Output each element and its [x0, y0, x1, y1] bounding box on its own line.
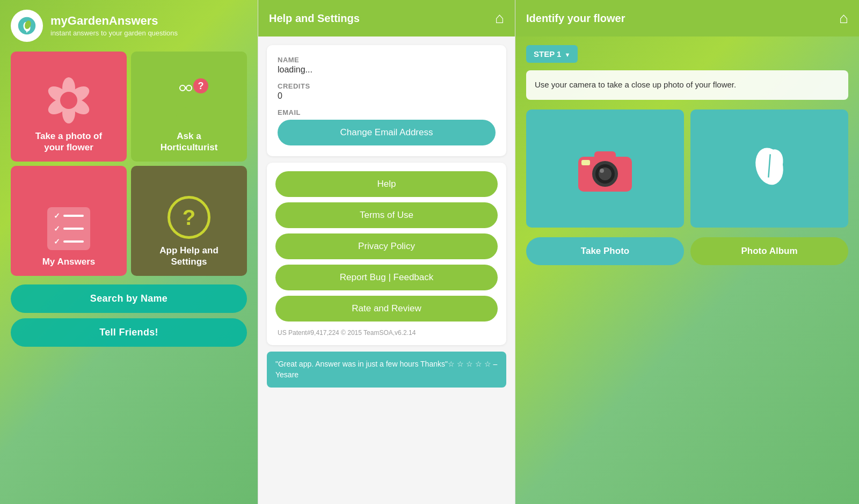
identify-home-icon[interactable]: ⌂ [839, 10, 848, 27]
name-label: NAME [278, 56, 496, 64]
tile-my-answers[interactable]: My Answers [11, 166, 127, 276]
privacy-button[interactable]: Privacy Policy [275, 233, 498, 259]
album-option[interactable] [690, 109, 848, 228]
svg-point-10 [60, 92, 77, 109]
settings-title: Help and Settings [269, 12, 360, 25]
tile-ask-hort-label: Ask aHorticulturist [161, 131, 218, 153]
check-line-3 [54, 237, 84, 246]
report-bug-button[interactable]: Report Bug | Feedback [275, 265, 498, 290]
svg-point-23 [600, 169, 604, 173]
panel-settings: Help and Settings ⌂ NAME loading... CRED… [258, 0, 515, 504]
check-line-1 [54, 211, 84, 220]
step-description: Use your camera to take a close up photo… [526, 70, 848, 100]
horticulturist-icon: ? [168, 76, 210, 125]
tile-take-photo[interactable]: Take a photo ofyour flower [11, 52, 127, 162]
credits-value: 0 [278, 91, 496, 101]
tile-my-answers-label: My Answers [42, 257, 96, 267]
camera-icon [573, 142, 637, 195]
camera-option[interactable] [526, 109, 684, 228]
review-banner: "Great app. Answer was in just a few hou… [267, 352, 506, 388]
app-logo [11, 10, 43, 42]
identify-content: STEP 1 Use your camera to take a close u… [515, 36, 859, 504]
photo-album-button[interactable]: Photo Album [690, 237, 848, 265]
identify-title: Identify your flower [526, 12, 625, 25]
check-line-2 [54, 224, 84, 233]
rate-review-button[interactable]: Rate and Review [275, 296, 498, 322]
help-question-mark: ? [183, 206, 195, 230]
svg-text:?: ? [198, 81, 204, 91]
tile-app-help-label: App Help andSettings [159, 245, 219, 267]
search-by-name-button[interactable]: Search by Name [11, 284, 247, 313]
patent-text: US Patent#9,417,224 © 2015 TeamSOA,v6.2.… [275, 327, 498, 337]
logo-leaf-icon [17, 16, 37, 35]
account-card: NAME loading... CREDITS 0 EMAIL Change E… [267, 45, 506, 156]
terms-button[interactable]: Terms of Use [275, 202, 498, 228]
change-email-button[interactable]: Change Email Address [278, 120, 496, 145]
photo-action-buttons: Take Photo Photo Album [526, 237, 848, 265]
app-header: myGardenAnswers instant answers to your … [11, 0, 247, 49]
help-circle-icon: ? [168, 196, 210, 239]
menu-card: Help Terms of Use Privacy Policy Report … [267, 163, 506, 345]
credits-label: CREDITS [278, 82, 496, 90]
flower-icon [45, 76, 93, 125]
identify-header: Identify your flower ⌂ [515, 0, 859, 36]
tile-take-photo-label: Take a photo ofyour flower [35, 131, 102, 153]
header-text-block: myGardenAnswers instant answers to your … [50, 14, 178, 36]
help-button[interactable]: Help [275, 171, 498, 197]
app-title: myGardenAnswers [50, 14, 178, 27]
tell-friends-button[interactable]: Tell Friends! [11, 318, 247, 347]
home-icon[interactable]: ⌂ [495, 10, 504, 27]
app-subtitle: instant answers to your garden questions [50, 29, 178, 37]
step-badge-label: STEP 1 [534, 49, 561, 59]
photo-options-grid [526, 109, 848, 228]
tile-app-help[interactable]: ? App Help andSettings [131, 166, 247, 276]
settings-content: NAME loading... CREDITS 0 EMAIL Change E… [258, 36, 515, 504]
svg-rect-19 [594, 151, 616, 161]
settings-header: Help and Settings ⌂ [258, 0, 515, 36]
step-chevron-icon[interactable] [564, 49, 570, 59]
tile-ask-hort[interactable]: ? Ask aHorticulturist [131, 52, 247, 162]
step-badge: STEP 1 [526, 45, 578, 63]
panel-main: myGardenAnswers instant answers to your … [0, 0, 258, 504]
svg-rect-24 [581, 160, 590, 165]
leaf-album-icon [742, 142, 796, 195]
panel-identify: Identify your flower ⌂ STEP 1 Use your c… [515, 0, 859, 504]
name-value: loading... [278, 65, 496, 75]
take-photo-button[interactable]: Take Photo [526, 237, 684, 265]
tile-grid: Take a photo ofyour flower ? [11, 52, 247, 276]
answers-icon [47, 207, 90, 250]
bottom-buttons: Search by Name Tell Friends! [11, 284, 247, 347]
email-label: EMAIL [278, 108, 496, 116]
